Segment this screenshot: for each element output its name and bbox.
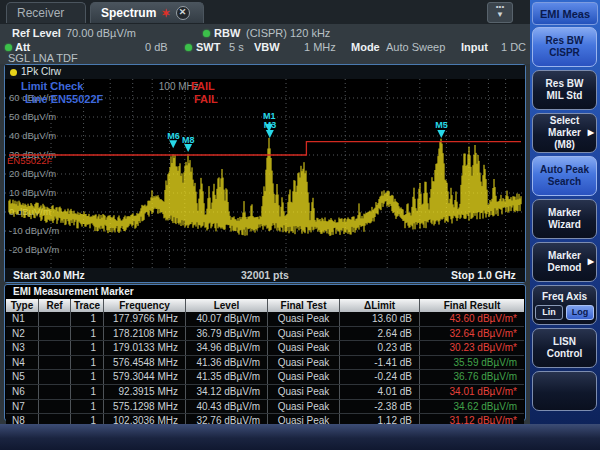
status-bar: Ready 31.10.2012 14:39:53 www.cntronic.c… (0, 424, 600, 450)
tab-spectrum[interactable]: Spectrum ✶ ✕ (90, 2, 204, 23)
softkey-select-marker[interactable]: SelectMarker(M8)▶ (532, 113, 597, 153)
cell-trace: 1 (71, 356, 104, 370)
cell-result: 34.62 dBµV/m (420, 400, 524, 414)
column-header-test: Final Test (268, 299, 340, 312)
cell-test: Quasi Peak (268, 341, 340, 355)
input-label: Input (461, 41, 488, 53)
tab-receiver-label: Receiver (17, 6, 64, 20)
cell-result: 35.59 dBµV/m (420, 356, 524, 370)
mode-value: Auto Sweep (386, 41, 445, 53)
softkey-res-bw-mil-std[interactable]: Res BWMIL Std (532, 70, 597, 110)
table-row-N2[interactable]: N21178.2108 MHz36.79 dBµV/mQuasi Peak2.6… (6, 327, 524, 342)
softkey-label: Marker (548, 127, 581, 139)
stop-frequency: Stop 1.0 GHz (451, 269, 516, 281)
mode-label: Mode (351, 41, 380, 53)
cell-level: 40.07 dBµV/m (186, 312, 268, 326)
cell-ref (39, 370, 71, 384)
rbw-led-icon (203, 30, 210, 37)
marker-triangle-icon (169, 140, 177, 148)
cell-freq: 575.1298 MHz (104, 400, 186, 414)
cell-ref (39, 356, 71, 370)
softkey-label: Freq Axis (542, 291, 587, 303)
marker-triangle-icon (184, 144, 192, 152)
softkey-label: CISPR (549, 47, 580, 59)
softkey-label: Res BW (546, 78, 584, 90)
table-row-N4[interactable]: N41576.4548 MHz41.36 dBµV/mQuasi Peak-1.… (6, 356, 524, 371)
table-row-N7[interactable]: N71575.1298 MHz40.43 dBµV/mQuasi Peak-2.… (6, 400, 524, 415)
limit-line-label: EN55022F (7, 155, 53, 166)
y-axis-label: 50 dBµV/m (9, 111, 56, 122)
vbw-value: 1 MHz (304, 41, 336, 53)
table-row-N3[interactable]: N31179.0133 MHz34.96 dBµV/mQuasi Peak0.2… (6, 341, 524, 356)
cell-freq: 579.3044 MHz (104, 370, 186, 384)
cell-trace: 1 (71, 370, 104, 384)
close-tab-icon[interactable]: ✕ (176, 6, 190, 20)
softkey-marker-wizard[interactable]: MarkerWizard (532, 199, 597, 239)
toggle-group: LinLog (535, 305, 594, 320)
column-header-result: Final Result (420, 299, 524, 312)
ref-level-value: 70.00 dBµV/m (66, 27, 136, 39)
more-menu-button[interactable]: ••• ▼ (487, 2, 513, 23)
limit-result-1: FAIL (191, 80, 215, 92)
marker-triangle-icon (437, 130, 445, 138)
column-header-ref: Ref (39, 299, 71, 312)
softkey-freq-axis[interactable]: Freq AxisLinLog (532, 285, 597, 325)
trace-info-row: 1Pk Clrw (5, 65, 525, 79)
softkey-label: (M8) (554, 139, 575, 151)
softkey-label: Marker (548, 207, 581, 219)
toggle-lin[interactable]: Lin (535, 305, 563, 320)
cell-dlimit: -1.41 dB (340, 356, 420, 370)
cell-test: Quasi Peak (268, 400, 340, 414)
column-header-dlimit: ΔLimit (340, 299, 420, 312)
cell-ref (39, 400, 71, 414)
spectrum-plot[interactable]: 60 dBµV/m50 dBµV/m40 dBµV/m30 dBµV/m20 d… (5, 79, 525, 269)
table-title: EMI Measurement Marker (13, 286, 134, 297)
table-body: N11177.9766 MHz40.07 dBµV/mQuasi Peak13.… (6, 312, 524, 429)
cell-result: 34.01 dBµV/m* (420, 385, 524, 399)
cell-result: 30.23 dBµV/m* (420, 341, 524, 355)
cell-dlimit: 13.60 dB (340, 312, 420, 326)
table-row-N6[interactable]: N6192.3915 MHz34.12 dBµV/mQuasi Peak4.01… (6, 385, 524, 400)
marker-M8[interactable]: M8 (182, 135, 195, 153)
marker-label: M3 (264, 120, 277, 130)
cell-freq: 177.9766 MHz (104, 312, 186, 326)
trace-color-dot-icon (10, 69, 17, 76)
tab-bar: Receiver Spectrum ✶ ✕ ••• ▼ (0, 0, 530, 25)
softkey-empty-slot[interactable] (532, 371, 597, 411)
softkey-lisn-control[interactable]: LISNControl (532, 328, 597, 368)
table-row-N5[interactable]: N51579.3044 MHz41.35 dBµV/mQuasi Peak-0.… (6, 370, 524, 385)
cell-type: N7 (6, 400, 39, 414)
att-led-icon (5, 44, 12, 51)
column-header-type: Type (6, 299, 39, 312)
toggle-log[interactable]: Log (566, 305, 594, 320)
cell-type: N4 (6, 356, 39, 370)
softkey-label: Control (547, 348, 583, 360)
marker-M6[interactable]: M6 (167, 131, 180, 148)
y-axis-label: -20 dBµV/m (9, 244, 59, 255)
softkey-marker-demod[interactable]: MarkerDemod▶ (532, 242, 597, 282)
softkey-label: MIL Std (547, 90, 583, 102)
emi-receiver-screen: Receiver Spectrum ✶ ✕ ••• ▼ Ref Level 70… (0, 0, 600, 450)
softkey-sidebar: EMI Meas Res BWCISPRRes BWMIL StdSelectM… (530, 0, 600, 450)
cell-type: N5 (6, 370, 39, 384)
softkey-res-bw-cispr[interactable]: Res BWCISPR (532, 27, 597, 67)
limit-check-title: Limit Check (21, 80, 84, 92)
sidebar-menu-title: EMI Meas (532, 2, 598, 25)
cell-dlimit: 2.64 dB (340, 327, 420, 341)
cell-freq: 92.3915 MHz (104, 385, 186, 399)
softkey-auto-peak-search[interactable]: Auto PeakSearch (532, 156, 597, 196)
vbw-label: VBW (254, 41, 280, 53)
softkey-label: Auto Peak (540, 164, 589, 176)
table-row-N1[interactable]: N11177.9766 MHz40.07 dBµV/mQuasi Peak13.… (6, 312, 524, 327)
cell-trace: 1 (71, 385, 104, 399)
modified-star-icon: ✶ (161, 8, 170, 19)
table-header-row: TypeRefTraceFrequencyLevelFinal TestΔLim… (6, 299, 524, 312)
tab-receiver[interactable]: Receiver (6, 2, 86, 23)
cell-level: 41.36 dBµV/m (186, 356, 268, 370)
y-axis-label: 20 dBµV/m (9, 168, 56, 179)
marker-M3[interactable]: M3 (264, 120, 277, 138)
cell-type: N3 (6, 341, 39, 355)
marker-label: M5 (435, 120, 448, 130)
cell-test: Quasi Peak (268, 385, 340, 399)
cell-level: 34.96 dBµV/m (186, 341, 268, 355)
